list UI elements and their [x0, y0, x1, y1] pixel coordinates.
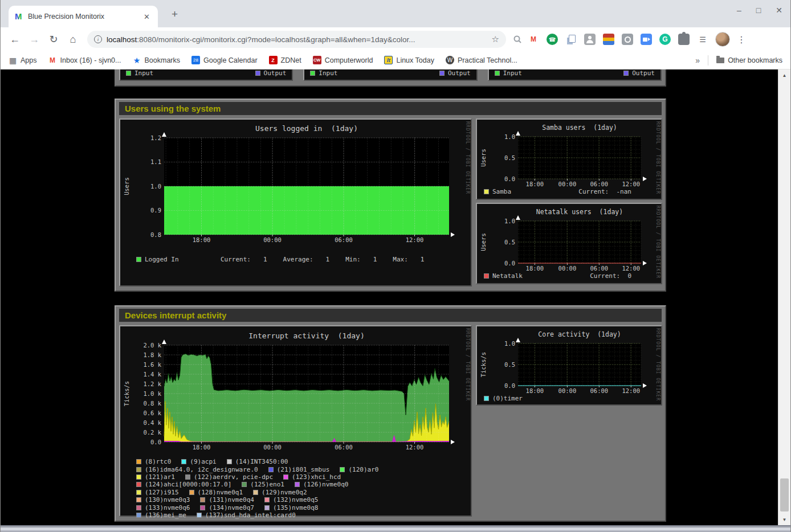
site-info-icon[interactable]: i [94, 35, 102, 43]
legend-item: (129)nvme0q2 [253, 489, 307, 496]
interrupt-chart-legend: (8)rtc0(9)acpi(14)INT3450:00(16)idma64.0… [120, 458, 471, 519]
bookmark-practical-technology[interactable]: W Practical Technol... [446, 56, 517, 64]
svg-text:Samba users (1day): Samba users (1day) [542, 124, 617, 132]
legend-color-swatch [136, 482, 141, 487]
legend-item: (130)nvme0q3 [136, 496, 190, 504]
svg-text:06:00: 06:00 [335, 444, 353, 451]
profile-avatar[interactable] [715, 32, 730, 47]
rrdtool-watermark: RRDTOOL / TOBI OETIKER [465, 121, 470, 194]
svg-text:1.4 k: 1.4 k [143, 371, 161, 378]
legend-item: (122)aerdrv, pcie-dpc [185, 473, 273, 481]
bookmark-bookmarks[interactable]: ★ Bookmarks [133, 56, 181, 64]
url-path: :8080/monitorix-cgi/monitorix.cgi?mode=l… [137, 35, 415, 44]
bookmark-apps[interactable]: ▦ Apps [9, 56, 37, 64]
users-chart-stats: Current:1Average:1Min:1Max:1 [221, 256, 440, 263]
camera-extension-icon[interactable] [641, 34, 652, 45]
lamp-extension-icon[interactable] [622, 34, 633, 45]
grammarly-extension-icon[interactable]: G [659, 34, 671, 45]
legend-color-swatch [268, 467, 274, 472]
legend-item: (8)rtc0 [136, 458, 171, 465]
bookmark-label: ZDNet [281, 56, 301, 64]
legend-item: (16)idma64.0, i2c_designware.0 [136, 466, 258, 473]
vertical-scrollbar[interactable]: ▲ ▼ [778, 69, 790, 525]
bookmarks-overflow-icon[interactable]: » [695, 56, 700, 65]
url-host: localhost [107, 35, 137, 44]
legend-item: (21)i801_smbus [268, 466, 330, 473]
svg-text:00:00: 00:00 [263, 236, 282, 243]
bookmark-star-icon[interactable]: ☆ [492, 34, 499, 44]
browser-tab[interactable]: M Blue Precision Monitorix ✕ [9, 6, 158, 27]
interrupt-activity-chart[interactable]: 18:0000:0006:0012:002.0 k1.8 k1.6 k1.4 k… [120, 326, 471, 455]
puzzle-extension-icon[interactable] [678, 34, 690, 45]
netatalk-users-chart[interactable]: 18:0000:0006:0012:001.00.50.0Netatalk us… [477, 204, 661, 271]
search-extension-icon[interactable] [512, 34, 523, 45]
samba-users-chart[interactable]: 18:0000:0006:0012:001.00.50.0Samba users… [477, 120, 661, 187]
legend-item: (120)ar0 [340, 466, 378, 473]
svg-text:1.0 k: 1.0 k [143, 390, 161, 397]
url-bar[interactable]: i localhost:8080/monitorix-cgi/monitorix… [87, 31, 506, 48]
bookmark-label: Bookmarks [145, 56, 181, 64]
bookmark-items: ▦ Apps M Inbox (16) - sjvn0... ★ Bookmar… [9, 56, 517, 64]
legend-color-swatch [253, 490, 258, 495]
browser-menu-icon[interactable]: ⋮ [732, 34, 751, 45]
voice-extension-icon[interactable]: ☎ [547, 34, 558, 45]
network-chart-panel[interactable]: Input Output [303, 69, 477, 81]
network-chart-panel[interactable]: Input Output [488, 69, 662, 81]
bookmark-inbox[interactable]: M Inbox (16) - sjvn0... [48, 56, 121, 64]
rrdtool-watermark: RRDTOOL / TOBI OETIKER [655, 121, 660, 194]
bookmark-label: Computerworld [325, 56, 373, 64]
bookmark-favicon: 28 [191, 56, 200, 64]
window-close-button[interactable]: ✕ [776, 6, 782, 15]
bookmark-favicon: ▦ [9, 56, 17, 64]
window-maximize-button[interactable]: □ [756, 6, 761, 15]
bookmark-computerworld[interactable]: CW Computerworld [313, 56, 373, 64]
person-extension-icon[interactable] [584, 34, 596, 45]
rrdtool-watermark: RRDTOOL / TOBI OETIKER [465, 328, 470, 401]
home-button[interactable]: ⌂ [64, 31, 81, 48]
bookmark-zdnet[interactable]: Z ZDNet [269, 56, 301, 64]
bookmark-google-calendar[interactable]: 28 Google Calendar [191, 56, 258, 64]
interrupts-section: Devices interrupt activity 18:0000:0006:… [115, 305, 666, 522]
svg-text:1.0: 1.0 [504, 340, 515, 347]
network-chart-panel[interactable]: Input Output [119, 69, 293, 81]
window-minimize-button[interactable]: – [737, 6, 741, 15]
users-logged-in-panel: 18:0000:0006:0012:001.21.11.00.90.8Users… [119, 118, 472, 287]
svg-text:00:00: 00:00 [558, 181, 577, 187]
legend-color-swatch [200, 505, 205, 510]
svg-text:M: M [15, 12, 22, 21]
legend-row: (136)mei_me(137)snd_hda_intel:card0 [136, 511, 471, 519]
core-activity-panel: 18:0000:0006:0012:001.00.50.0Core activi… [476, 325, 662, 406]
scroll-up-arrow[interactable]: ▲ [778, 69, 790, 81]
pages-extension-icon[interactable] [565, 34, 577, 45]
stat-item: Max:1 [393, 256, 424, 263]
other-bookmarks-button[interactable]: Other bookmarks [716, 56, 782, 64]
reload-button[interactable]: ↻ [45, 31, 62, 48]
svg-text:1.6 k: 1.6 k [143, 361, 161, 368]
legend-color-swatch [264, 497, 270, 502]
legend-color-swatch [242, 482, 247, 487]
legend-color-swatch [136, 459, 141, 464]
svg-text:12:00: 12:00 [622, 265, 640, 271]
legend-color-swatch [264, 505, 270, 510]
tab-close-icon[interactable]: ✕ [141, 11, 152, 22]
svg-text:0.6 k: 0.6 k [143, 410, 161, 416]
svg-text:0.0: 0.0 [504, 175, 515, 182]
divider [708, 55, 708, 66]
gmail-extension-icon[interactable]: M [528, 34, 539, 45]
playlist-extension-icon[interactable]: ☰ [697, 34, 708, 45]
books-extension-icon[interactable] [603, 34, 614, 45]
core-activity-chart[interactable]: 18:0000:0006:0012:001.00.50.0Core activi… [477, 326, 661, 394]
svg-text:0.5: 0.5 [504, 361, 515, 368]
bookmark-label: Google Calendar [203, 56, 258, 64]
legend-logged-in: Logged In [136, 256, 221, 263]
legend-color-swatch [340, 467, 345, 472]
users-logged-in-chart[interactable]: 18:0000:0006:0012:001.21.11.00.90.8Users… [120, 120, 471, 251]
legend-color-swatch [181, 459, 186, 464]
forward-button[interactable]: → [26, 31, 43, 48]
legend-item: (137)snd_hda_intel:card0 [197, 511, 296, 519]
back-button[interactable]: ← [6, 31, 23, 48]
new-tab-button[interactable]: + [167, 7, 182, 22]
scrollbar-thumb[interactable] [780, 478, 789, 511]
bookmark-linux-today[interactable]: lt Linux Today [384, 56, 434, 64]
scroll-down-arrow[interactable]: ▼ [778, 514, 790, 525]
